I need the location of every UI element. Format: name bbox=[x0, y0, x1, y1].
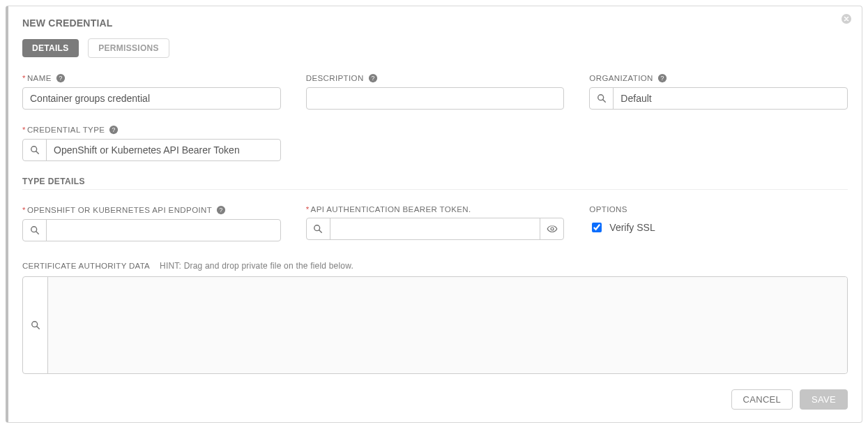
ca-data-lookup-button[interactable] bbox=[23, 277, 48, 373]
svg-point-19 bbox=[551, 227, 554, 230]
label-ca-data: CERTIFICATE AUTHORITY DATA bbox=[22, 262, 150, 270]
help-icon[interactable]: ? bbox=[56, 73, 66, 83]
verify-ssl-option[interactable]: Verify SSL bbox=[589, 220, 848, 234]
ca-data-textarea[interactable] bbox=[48, 277, 847, 373]
bearer-token-input[interactable] bbox=[330, 218, 540, 239]
label-options: OPTIONS bbox=[589, 205, 848, 214]
eye-icon bbox=[547, 223, 558, 234]
svg-text:?: ? bbox=[371, 75, 374, 82]
label-description: DESCRIPTION ? bbox=[306, 73, 565, 83]
verify-ssl-checkbox[interactable] bbox=[592, 223, 602, 232]
svg-text:?: ? bbox=[59, 75, 62, 82]
api-endpoint-input[interactable] bbox=[47, 220, 280, 241]
label-bearer-token: *API AUTHENTICATION BEARER TOKEN. bbox=[306, 205, 565, 214]
help-icon[interactable]: ? bbox=[109, 125, 119, 135]
api-endpoint-lookup bbox=[22, 219, 281, 241]
help-icon[interactable]: ? bbox=[368, 73, 378, 83]
verify-ssl-label: Verify SSL bbox=[609, 222, 655, 233]
svg-text:?: ? bbox=[220, 207, 223, 214]
search-icon bbox=[30, 225, 40, 235]
search-icon bbox=[30, 145, 40, 155]
search-icon bbox=[313, 224, 323, 234]
ca-data-label-row: CERTIFICATE AUTHORITY DATA HINT: Drag an… bbox=[22, 261, 848, 271]
cancel-button[interactable]: CANCEL bbox=[731, 389, 793, 410]
svg-line-18 bbox=[319, 230, 322, 233]
organization-input[interactable] bbox=[614, 88, 847, 109]
help-icon[interactable]: ? bbox=[657, 73, 667, 83]
label-credential-type: *CREDENTIAL TYPE ? bbox=[22, 125, 281, 135]
svg-line-8 bbox=[603, 100, 606, 103]
tabs: DETAILS PERMISSIONS bbox=[22, 38, 848, 58]
form-footer: CANCEL SAVE bbox=[22, 389, 848, 410]
organization-lookup bbox=[589, 87, 848, 110]
close-button[interactable] bbox=[841, 13, 852, 24]
help-icon[interactable]: ? bbox=[216, 205, 226, 215]
bearer-token-lookup bbox=[306, 218, 565, 240]
api-endpoint-lookup-button[interactable] bbox=[23, 220, 47, 241]
credential-type-lookup-button[interactable] bbox=[23, 140, 47, 160]
card-title: NEW CREDENTIAL bbox=[22, 17, 848, 29]
tab-details[interactable]: DETAILS bbox=[22, 39, 79, 57]
credential-type-input[interactable] bbox=[47, 140, 280, 160]
credential-type-lookup bbox=[22, 139, 281, 161]
ca-data-field bbox=[22, 276, 848, 374]
description-input[interactable] bbox=[306, 87, 565, 110]
toggle-password-visibility[interactable] bbox=[540, 218, 563, 239]
name-input[interactable] bbox=[22, 87, 281, 110]
credential-form-card: NEW CREDENTIAL DETAILS PERMISSIONS *NAME… bbox=[6, 6, 862, 423]
save-button[interactable]: SAVE bbox=[800, 389, 848, 410]
tab-permissions[interactable]: PERMISSIONS bbox=[88, 38, 169, 58]
close-icon bbox=[841, 13, 852, 24]
bearer-token-lookup-button[interactable] bbox=[307, 218, 330, 239]
search-icon bbox=[31, 320, 40, 330]
svg-text:?: ? bbox=[660, 75, 664, 82]
organization-lookup-button[interactable] bbox=[590, 88, 614, 109]
svg-text:?: ? bbox=[112, 126, 116, 133]
type-details-header: TYPE DETAILS bbox=[22, 177, 848, 190]
ca-data-hint: HINT: Drag and drop private file on the … bbox=[160, 261, 353, 271]
label-api-endpoint: *OPENSHIFT OR KUBERNETES API ENDPOINT ? bbox=[22, 205, 281, 215]
svg-line-21 bbox=[36, 327, 39, 329]
label-name: *NAME ? bbox=[22, 73, 281, 83]
svg-line-16 bbox=[36, 232, 38, 234]
search-icon bbox=[597, 93, 607, 103]
svg-line-12 bbox=[36, 151, 38, 154]
label-organization: ORGANIZATION ? bbox=[589, 73, 848, 83]
